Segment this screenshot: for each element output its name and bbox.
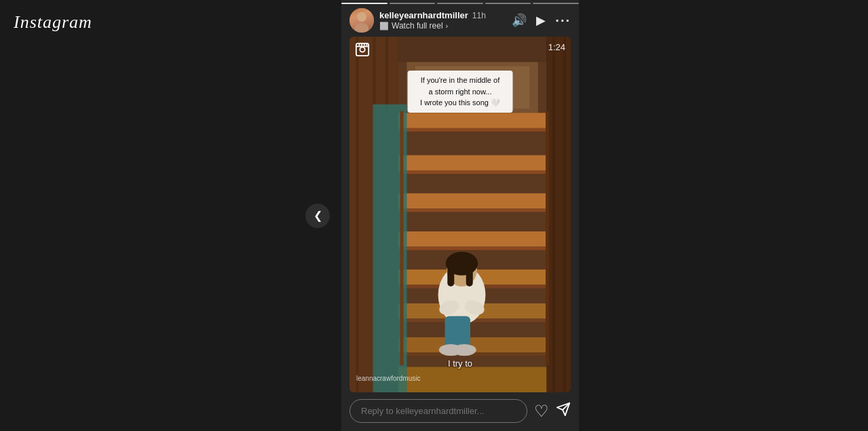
post-header: kelleyearnhardtmiller 11h ⬜ Watch full r…	[341, 3, 579, 37]
watch-reel-row[interactable]: ⬜ Watch full reel ›	[379, 21, 506, 31]
svg-rect-45	[546, 111, 549, 365]
svg-rect-18	[398, 155, 546, 170]
like-button[interactable]: ♡	[534, 402, 549, 421]
header-actions: 🔊 ▶ ···	[512, 13, 571, 29]
watermark: leannacrawfordmusic	[356, 375, 421, 382]
svg-point-43	[453, 344, 476, 356]
watch-reel-label: Watch full reel	[392, 21, 443, 31]
send-button[interactable]	[556, 402, 571, 421]
post-card: kelleyearnhardtmiller 11h ⬜ Watch full r…	[341, 0, 579, 431]
svg-rect-50	[361, 43, 362, 46]
prev-post-button[interactable]: ❮	[305, 204, 330, 228]
post-actions: ♡	[341, 392, 579, 431]
svg-rect-17	[398, 128, 546, 132]
svg-rect-21	[398, 208, 546, 212]
svg-rect-8	[552, 37, 555, 392]
svg-rect-7	[546, 37, 571, 392]
reel-video-icon	[355, 42, 370, 60]
overlay-line3: I wrote you this song 🤍	[420, 98, 500, 107]
video-scene: 1:24 If you're in the middle of a storm …	[350, 37, 571, 392]
svg-rect-52	[366, 43, 368, 46]
svg-rect-39	[466, 265, 473, 286]
text-overlay: If you're in the middle of a storm right…	[408, 71, 513, 113]
svg-rect-23	[398, 246, 546, 250]
time-ago: 11h	[472, 11, 486, 20]
svg-rect-38	[447, 265, 454, 286]
volume-icon[interactable]: 🔊	[512, 13, 527, 28]
avatar[interactable]	[350, 8, 374, 33]
svg-rect-20	[398, 193, 546, 208]
username-row: kelleyearnhardtmiller 11h	[379, 10, 506, 20]
header-info: kelleyearnhardtmiller 11h ⬜ Watch full r…	[379, 10, 506, 31]
chevron-right-icon: ›	[446, 22, 449, 30]
play-icon[interactable]: ▶	[536, 13, 546, 28]
svg-rect-16	[398, 113, 546, 128]
svg-rect-51	[364, 43, 365, 46]
svg-rect-49	[359, 43, 360, 46]
reply-input[interactable]	[350, 399, 527, 423]
svg-point-47	[360, 47, 364, 52]
svg-rect-4	[356, 37, 359, 392]
svg-rect-9	[563, 37, 566, 392]
video-caption: I try to	[448, 358, 472, 369]
instagram-logo: Instagram	[14, 12, 92, 33]
username[interactable]: kelleyearnhardtmiller	[379, 10, 468, 20]
svg-rect-22	[398, 231, 546, 246]
overlay-line2: a storm right now...	[429, 88, 492, 96]
left-arrow-icon: ❮	[314, 209, 322, 222]
overlay-line1: If you're in the middle of	[421, 76, 499, 84]
video-container[interactable]: 1:24 If you're in the middle of a storm …	[350, 37, 571, 392]
video-timer: 1:24	[548, 42, 565, 52]
svg-rect-19	[398, 170, 546, 174]
svg-rect-30	[398, 367, 546, 392]
reel-small-icon: ⬜	[379, 22, 389, 31]
svg-rect-48	[356, 46, 369, 48]
svg-rect-44	[400, 111, 403, 365]
more-options-icon[interactable]: ···	[555, 13, 571, 29]
